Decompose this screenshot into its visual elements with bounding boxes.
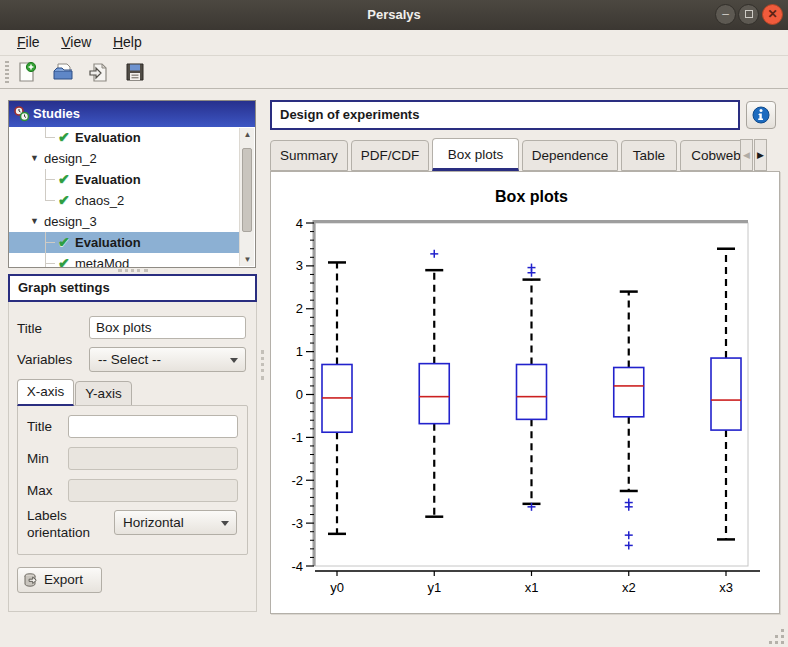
scrollbar-thumb[interactable]: [242, 148, 252, 232]
tree-item-metamod[interactable]: ✔ metaMod: [9, 253, 239, 267]
tree-item-evaluation[interactable]: ✔ Evaluation: [9, 169, 239, 190]
tab-table[interactable]: Table: [621, 140, 677, 171]
svg-text:-3: -3: [291, 516, 303, 531]
export-icon: [23, 572, 40, 589]
check-icon: ✔: [58, 127, 75, 148]
labels-orientation-select[interactable]: Horizontal: [114, 510, 237, 535]
studies-tree: ✔ Evaluation ▼ design_2 ✔ Evaluation ✔ c…: [9, 127, 239, 267]
variables-select[interactable]: -- Select --: [89, 347, 246, 372]
axis-title-label: Title: [27, 419, 52, 434]
open-study-button[interactable]: [49, 59, 76, 86]
tree-item-chaos-2[interactable]: ✔ chaos_2: [9, 190, 239, 211]
svg-text:1: 1: [296, 344, 303, 359]
svg-text:Box plots: Box plots: [495, 188, 568, 205]
check-icon: ✔: [58, 253, 75, 267]
svg-text:-4: -4: [291, 559, 303, 574]
box-plots-tab-content: Box plots-4-3-2-101234y0y1x1x2x3: [270, 171, 780, 614]
svg-text:0: 0: [296, 387, 303, 402]
svg-text:-1: -1: [291, 430, 303, 445]
title-label: Title: [17, 321, 42, 336]
chevron-down-icon: [221, 521, 229, 526]
check-icon: ✔: [58, 169, 75, 190]
tree-branch: [45, 232, 58, 253]
svg-text:2: 2: [296, 301, 303, 316]
save-floppy-icon: [125, 62, 145, 82]
axis-min-label: Min: [27, 451, 49, 466]
expander-icon[interactable]: ▼: [30, 211, 44, 232]
studies-icon: [14, 106, 30, 122]
tab-dependence[interactable]: Dependence: [522, 140, 618, 171]
studies-header-label: Studies: [33, 106, 80, 121]
axis-min-input[interactable]: [68, 447, 238, 470]
expander-icon[interactable]: ▼: [30, 148, 44, 169]
check-icon: ✔: [58, 232, 75, 253]
svg-text:x1: x1: [525, 580, 539, 595]
svg-text:y0: y0: [330, 580, 344, 595]
studies-header: Studies: [9, 101, 255, 127]
tree-item-evaluation-selected[interactable]: ✔ Evaluation: [9, 232, 239, 253]
export-button[interactable]: Export: [17, 567, 102, 593]
chevron-down-icon: [230, 358, 238, 363]
minimize-icon[interactable]: –: [715, 4, 736, 25]
graph-title-input[interactable]: [89, 316, 246, 339]
tab-x-axis[interactable]: X-axis: [17, 379, 74, 406]
new-study-button[interactable]: [13, 59, 40, 86]
axis-settings-group: Title Min Max Labels orientation Horizon…: [17, 405, 248, 555]
tab-y-axis[interactable]: Y-axis: [75, 381, 132, 406]
tab-box-plots[interactable]: Box plots: [432, 138, 519, 171]
import-study-button[interactable]: [85, 59, 112, 86]
menu-view[interactable]: View: [52, 30, 100, 55]
tree-item-design-3[interactable]: ▼ design_3: [9, 211, 239, 232]
page-title: Design of experiments: [270, 100, 740, 130]
svg-text:y1: y1: [427, 580, 441, 595]
tab-scroll-right-icon[interactable]: ▶: [754, 139, 767, 171]
tab-pdf-cdf[interactable]: PDF/CDF: [351, 140, 429, 171]
window-title: Persalys: [0, 0, 788, 30]
maximize-icon[interactable]: [738, 4, 759, 25]
svg-text:3: 3: [296, 258, 303, 273]
close-icon[interactable]: ✕: [762, 4, 783, 25]
graph-settings-header: Graph settings: [8, 274, 257, 302]
tree-item-design-2[interactable]: ▼ design_2: [9, 148, 239, 169]
maximize-glyph: [745, 10, 753, 18]
scroll-down-icon[interactable]: ▼: [240, 253, 255, 266]
splitter-handle[interactable]: [261, 350, 264, 380]
resize-grip[interactable]: [768, 628, 784, 644]
info-button[interactable]: [746, 101, 776, 129]
labels-orientation-label: Labels orientation: [27, 507, 97, 541]
boxplot-chart: Box plots-4-3-2-101234y0y1x1x2x3: [271, 172, 779, 613]
svg-text:x3: x3: [719, 580, 733, 595]
tree-branch: [45, 190, 58, 211]
info-icon: [752, 106, 770, 124]
svg-text:x2: x2: [622, 580, 636, 595]
axis-max-label: Max: [27, 483, 53, 498]
tree-branch: [45, 127, 58, 148]
open-folder-icon: [52, 62, 74, 83]
splitter-handle[interactable]: [118, 269, 148, 272]
tab-summary[interactable]: Summary: [270, 140, 348, 171]
graph-settings-panel: Graph settings Title Variables -- Select…: [8, 274, 257, 612]
tree-scrollbar[interactable]: ▲ ▼: [239, 128, 254, 266]
axis-title-input[interactable]: [68, 415, 238, 438]
toolbar: [0, 56, 788, 89]
studies-panel: Studies ✔ Evaluation ▼ design_2 ✔ Evalua…: [8, 100, 256, 268]
variables-label: Variables: [17, 352, 72, 367]
toolbar-drag-handle[interactable]: [5, 61, 9, 83]
tree-branch: [45, 253, 58, 267]
document-plus-icon: [16, 62, 37, 83]
save-study-button[interactable]: [121, 59, 148, 86]
tree-item-evaluation[interactable]: ✔ Evaluation: [9, 127, 239, 148]
menu-help[interactable]: Help: [104, 30, 151, 55]
persalys-window: { "window": { "title": "Persalys" }, "me…: [0, 0, 788, 647]
menu-file[interactable]: File: [8, 30, 49, 55]
check-icon: ✔: [58, 190, 75, 211]
main-tab-bar: Summary PDF/CDF Box plots Dependence Tab…: [270, 138, 767, 171]
axis-max-input[interactable]: [68, 479, 238, 502]
svg-text:4: 4: [296, 216, 303, 231]
tab-cobweb[interactable]: Cobweb: [680, 140, 740, 171]
tab-scroll-left-icon[interactable]: ◀: [740, 139, 753, 171]
scroll-up-icon[interactable]: ▲: [240, 128, 255, 141]
tree-branch: [45, 169, 58, 190]
title-bar[interactable]: Persalys – ✕: [0, 0, 788, 30]
menu-bar: File View Help: [0, 30, 788, 56]
